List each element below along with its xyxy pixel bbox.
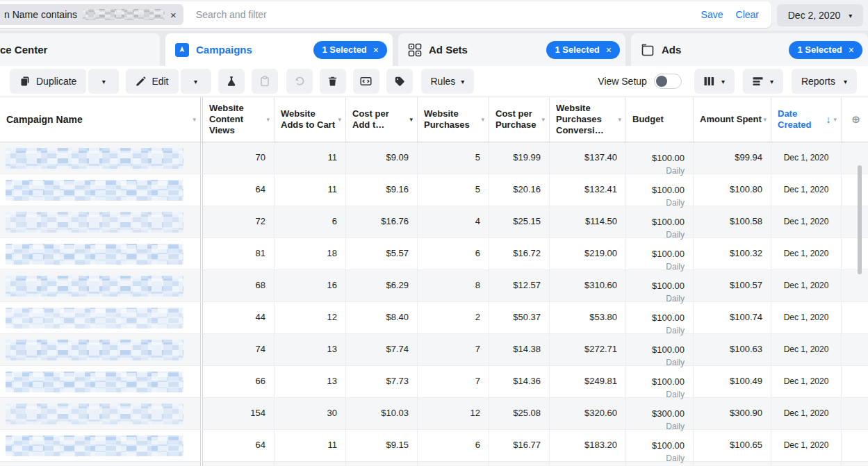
column-header-cost-per-purchase[interactable]: Cost per Purchase ▾ — [489, 97, 550, 142]
table-row[interactable]: 66 13 $7.73 7 $14.36 $249.81 $100.00Dail… — [0, 366, 868, 398]
conversion-value-cell: $132.41 — [550, 174, 626, 206]
selected-count-badge[interactable]: 1 Selected × — [313, 41, 387, 59]
campaign-name-cell[interactable] — [0, 334, 200, 365]
edit-button[interactable]: Edit — [126, 69, 178, 94]
chevron-down-icon[interactable]: ▾ — [833, 114, 837, 125]
amount-spent-cell: $100.63 — [694, 334, 771, 365]
campaign-name-cell[interactable] — [0, 206, 200, 238]
column-header-cost-per-add-to-cart[interactable]: Cost per Add t… ▾ — [346, 97, 418, 142]
save-filter-button[interactable]: Save — [701, 9, 723, 20]
tab-ad-sets[interactable]: Ad Sets 1 Selected × — [398, 33, 625, 66]
undo-button[interactable] — [286, 69, 313, 94]
cost-per-purchase-cell: $12.57 — [489, 270, 550, 301]
clear-selection-icon[interactable]: × — [373, 44, 379, 56]
duplicate-button[interactable]: Duplicate — [10, 69, 86, 94]
campaign-name-cell[interactable] — [0, 430, 200, 461]
chevron-down-icon[interactable]: ▾ — [338, 114, 341, 125]
empty-cell — [842, 142, 868, 174]
redacted-campaign-name — [6, 435, 183, 456]
views-cell: 64 — [203, 174, 275, 206]
campaign-name-cell[interactable] — [0, 174, 200, 206]
tag-icon — [394, 76, 405, 87]
cost-per-purchase-cell: $25.15 — [489, 206, 550, 238]
rules-button[interactable]: Rules ▾ — [421, 69, 475, 94]
table-row[interactable]: 74 13 $7.74 7 $14.38 $272.71 $100.00Dail… — [0, 334, 868, 366]
filter-chip[interactable]: n Name contains × — [0, 4, 183, 25]
column-header-purchases-conversion-value[interactable]: Website Purchases Conversi… ▾ — [550, 97, 626, 142]
date-created-cell: Dec 1, 2020 — [771, 430, 842, 461]
campaign-name-cell[interactable] — [0, 270, 200, 301]
empty-cell — [842, 334, 868, 365]
conversion-value-cell: $310.60 — [550, 270, 626, 301]
edit-options-button[interactable]: ▾ — [181, 69, 211, 94]
delete-button[interactable] — [320, 69, 346, 94]
campaign-name-cell[interactable] — [0, 142, 200, 174]
table-row[interactable]: 154 30 $10.03 12 $25.08 $320.60 $300.00D… — [0, 398, 868, 430]
selected-count-badge[interactable]: 1 Selected × — [546, 41, 620, 59]
campaign-name-cell[interactable] — [0, 398, 200, 429]
preview-button[interactable] — [353, 69, 379, 94]
date-created-cell: Dec 1, 2020 — [771, 142, 842, 174]
date-range-picker[interactable]: Dec 2, 2020 ▾ — [777, 4, 863, 26]
adds-to-cart-cell: 11 — [275, 142, 346, 174]
breakdown-button[interactable]: ▾ — [743, 69, 783, 94]
date-created-cell: Dec 1, 2020 — [771, 302, 842, 333]
selected-count-badge[interactable]: 1 Selected × — [789, 41, 862, 59]
adds-to-cart-cell: 18 — [275, 238, 346, 269]
add-column-button[interactable]: ⊕ — [842, 97, 868, 142]
cost-per-add-cell: $9.16 — [346, 174, 418, 206]
cost-per-add-cell: $5.57 — [346, 238, 418, 269]
chevron-down-icon[interactable]: ▾ — [541, 114, 545, 125]
tag-button[interactable] — [386, 69, 413, 94]
column-header-amount-spent[interactable]: Amount Spent ▾ — [694, 97, 771, 142]
clear-selection-icon[interactable]: × — [849, 44, 854, 56]
chevron-down-icon[interactable]: ▾ — [266, 114, 270, 125]
views-cell: 44 — [203, 302, 275, 333]
chevron-down-icon[interactable]: ▾ — [409, 114, 413, 125]
table-row[interactable] — [0, 462, 868, 466]
chevron-down-icon[interactable]: ▾ — [481, 114, 484, 125]
column-header-budget[interactable]: Budget — [626, 97, 694, 142]
campaign-name-cell[interactable] — [0, 366, 200, 397]
table-row[interactable]: 44 12 $8.40 2 $50.37 $53.80 $100.00Daily… — [0, 302, 868, 334]
tab-campaigns[interactable]: Campaigns 1 Selected × — [165, 33, 393, 66]
table-row[interactable]: 81 18 $5.57 6 $16.72 $219.00 $100.00Dail… — [0, 238, 868, 270]
clear-filter-button[interactable]: Clear — [736, 9, 759, 20]
table-row[interactable]: 68 16 $6.29 8 $12.57 $310.60 $100.00Dail… — [0, 270, 868, 302]
chevron-down-icon[interactable]: ▾ — [763, 114, 767, 125]
reports-button[interactable]: Reports ▾ — [792, 69, 857, 94]
columns-button[interactable]: ▾ — [694, 69, 735, 94]
ab-test-button[interactable] — [218, 69, 245, 94]
cost-per-purchase-cell: $14.36 — [489, 366, 550, 397]
empty-cell — [842, 174, 868, 206]
clear-selection-icon[interactable]: × — [606, 44, 612, 56]
column-header-website-adds-to-cart[interactable]: Website Adds to Cart ▾ — [275, 97, 346, 142]
chevron-down-icon[interactable]: ▾ — [618, 114, 621, 125]
table-row[interactable]: 70 11 $9.09 5 $19.99 $137.40 $100.00Dail… — [0, 142, 868, 174]
column-header-website-purchases[interactable]: Website Purchases ▾ — [418, 97, 489, 142]
campaign-name-cell[interactable] — [0, 302, 200, 333]
campaign-name-cell[interactable] — [0, 238, 200, 269]
table-row[interactable]: 72 6 $16.76 4 $25.15 $114.50 $100.00Dail… — [0, 206, 868, 238]
campaign-name-cell[interactable] — [0, 462, 200, 466]
view-setup-toggle[interactable] — [654, 74, 682, 89]
duplicate-options-button[interactable]: ▾ — [88, 69, 119, 94]
column-header-campaign-name[interactable]: Campaign Name ▾ — [0, 97, 200, 142]
budget-cell: $100.00Daily — [626, 270, 694, 301]
table-row[interactable]: 64 11 $9.16 5 $20.16 $132.41 $100.00Dail… — [0, 174, 868, 206]
paste-button[interactable] — [252, 69, 278, 94]
budget-cell: $300.00Daily — [626, 398, 694, 429]
chevron-down-icon[interactable]: ▾ — [193, 114, 196, 125]
search-input[interactable] — [196, 9, 701, 20]
table-row[interactable]: 64 11 $9.15 6 $16.77 $183.20 $100.00Dail… — [0, 430, 868, 462]
vertical-scrollbar-thumb[interactable] — [858, 165, 862, 274]
search-and-filter-bar[interactable]: n Name contains × Save Clear — [0, 1, 771, 28]
empty-cell — [842, 398, 868, 429]
remove-filter-icon[interactable]: × — [170, 9, 177, 21]
column-header-website-content-views[interactable]: Website Content Views ▾ — [203, 97, 275, 142]
tab-label: ce Center — [0, 44, 47, 56]
amount-spent-cell: $99.94 — [694, 142, 771, 174]
column-header-date-created[interactable]: Date Created ↓ ▾ — [771, 97, 842, 142]
tab-ads[interactable]: Ads 1 Selected × — [631, 33, 868, 66]
tab-account-center[interactable]: ce Center — [0, 33, 160, 66]
